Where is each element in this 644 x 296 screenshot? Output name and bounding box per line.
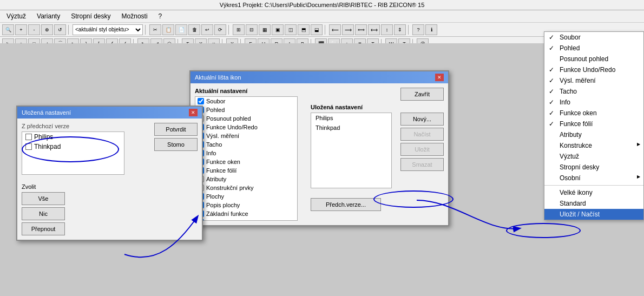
menu-item-tacho[interactable]: Tacho	[544, 86, 643, 97]
menu-item-funkce-folii[interactable]: Funkce fólií	[544, 119, 643, 129]
check-konstr[interactable]: Konstrukční prvky	[195, 183, 297, 192]
menu-moznosti[interactable]: Možnosti	[120, 11, 150, 21]
menu-item-undo[interactable]: Funkce Undo/Redo	[544, 64, 643, 75]
menu-varianty[interactable]: Varianty	[35, 11, 62, 21]
menu-item-info[interactable]: Info	[544, 97, 643, 108]
check-tacho[interactable]: Tacho	[195, 140, 297, 149]
menu-item-standard[interactable]: Standard	[544, 198, 643, 209]
philips-checkbox[interactable]	[25, 134, 32, 140]
ulozena-thinkpad[interactable]: Thinkpad	[22, 142, 124, 152]
ulozena-close-button[interactable]: ✕	[189, 109, 198, 116]
stored-buttons: Nový... Načíst Uložit Smazat	[400, 113, 444, 192]
menu-item-atributy[interactable]: Atributy	[544, 129, 643, 140]
aktualni-nastaveni-section: Aktuální nastavení Soubor Pohled Posunou…	[195, 88, 306, 221]
toolbar-btn-18[interactable]: ⬓	[311, 24, 323, 35]
toolbar-btn-19[interactable]: ⟵	[329, 24, 341, 35]
toolbar-btn-10[interactable]: ↩	[201, 24, 213, 35]
stored-list[interactable]: Philips Thinkpad	[311, 113, 392, 188]
toolbar-btn-21[interactable]: ⟺	[355, 24, 367, 35]
toolbar-btn-15[interactable]: ▣	[272, 24, 284, 35]
ulozena-dialog-body: Z předchozí verze Philips Thinkpad Potvr…	[17, 119, 202, 240]
menu-vyztu[interactable]: Výztuž	[4, 11, 28, 21]
toolbar-btn-7[interactable]: 📋	[162, 24, 174, 35]
ulozena-philips[interactable]: Philips	[22, 132, 124, 142]
check-soubor[interactable]: Soubor	[195, 97, 297, 106]
smazat-button[interactable]: Smazat	[400, 158, 444, 171]
toolbar-btn-20[interactable]: ⟶	[342, 24, 354, 35]
toolbar-btn-11[interactable]: ⟳	[214, 24, 226, 35]
menu-item-konstrukce[interactable]: Konstrukce	[544, 140, 643, 151]
aktualni-dialog: Aktuální lišta ikon ✕ Aktuální nastavení…	[189, 70, 449, 226]
check-posunout[interactable]: Posunout pohled	[195, 114, 297, 123]
check-zakladni[interactable]: Základní funkce	[195, 209, 297, 218]
toolbar-btn-6[interactable]: ✂	[149, 24, 161, 35]
check-kruznice[interactable]: Funkce kružnice	[195, 218, 297, 221]
toolbar-btn-2[interactable]: +	[15, 24, 27, 35]
check-vysl[interactable]: Výsl. měření	[195, 131, 297, 140]
toolbar-btn-12[interactable]: ⊞	[233, 24, 245, 35]
stored-thinkpad[interactable]: Thinkpad	[311, 123, 391, 133]
menu-help[interactable]: ?	[156, 11, 165, 21]
nacist-button[interactable]: Načíst	[400, 128, 444, 141]
toolbar-btn-25[interactable]: ?	[412, 24, 424, 35]
menu-item-osobni[interactable]: Osobní	[544, 173, 643, 183]
menu-item-vyztu[interactable]: Výztuž	[544, 151, 643, 162]
ulozena-dialog-title: Uložená nastavení ✕	[17, 107, 202, 119]
menu-item-soubor[interactable]: Soubor	[544, 32, 643, 43]
menu-item-pohled[interactable]: Pohled	[544, 43, 643, 54]
menu-item-velke[interactable]: Velké ikony	[544, 187, 643, 198]
vse-button[interactable]: Vše	[22, 192, 65, 205]
toolbar-btn-1[interactable]: 🔍	[2, 24, 14, 35]
ulozena-main-buttons: Potvrdit Stomo	[154, 123, 198, 179]
menu-item-vysl[interactable]: Výsl. měření	[544, 75, 643, 86]
toolbar-btn-13[interactable]: ⊟	[246, 24, 258, 35]
aktualni-close-button[interactable]: ✕	[435, 74, 444, 81]
toolbar-btn-26[interactable]: ℹ	[425, 24, 437, 35]
toolbar-btn-14[interactable]: ▦	[259, 24, 271, 35]
toolbar-btn-3[interactable]: -	[28, 24, 40, 35]
toolbar-btn-9[interactable]: 🗑	[188, 24, 200, 35]
menu-item-posunout[interactable]: Posunout pohled	[544, 54, 643, 64]
separator-1	[68, 25, 70, 35]
toolbar-btn-17[interactable]: ⬒	[298, 24, 310, 35]
zavrít-button[interactable]: Zavřít	[400, 88, 444, 101]
check-plochy[interactable]: Plochy	[195, 192, 297, 201]
menu-stropni[interactable]: Stropní desky	[69, 11, 113, 21]
ulozena-title-label: Uložená nastavení	[22, 109, 71, 116]
app-title: Výkres1 Projekt: C:\Users\Public\Documen…	[220, 2, 425, 8]
aktualni-checklist[interactable]: Soubor Pohled Posunout pohled Funkce Und…	[195, 96, 298, 221]
ulozena-list[interactable]: Philips Thinkpad	[22, 131, 124, 175]
check-funkce-oken[interactable]: Funkce oken	[195, 157, 297, 166]
novy-button[interactable]: Nový...	[400, 113, 444, 126]
ulozena-section-label: Uložená nastavení	[311, 104, 444, 110]
check-funkce-folii[interactable]: Funkce fólií	[195, 166, 297, 175]
stomo-button[interactable]: Stomo	[154, 138, 198, 151]
title-bar: Výkres1 Projekt: C:\Users\Public\Documen…	[0, 0, 644, 10]
menu-item-ulozit[interactable]: Uložit / Načíst	[544, 209, 643, 220]
menu-item-stropni[interactable]: Stropní desky	[544, 162, 643, 173]
check-popis[interactable]: Popis plochy	[195, 201, 297, 209]
prepnout-button[interactable]: Přepnout	[22, 222, 65, 235]
thinkpad-checkbox[interactable]	[25, 143, 32, 150]
z-predchozi-label: Z předchozí verze	[22, 123, 150, 129]
toolbar-btn-23[interactable]: ↕	[381, 24, 393, 35]
predch-verze-button[interactable]: Předch.verze...	[311, 198, 381, 211]
toolbar-btn-4[interactable]: ⊕	[41, 24, 53, 35]
toolbar-btn-8[interactable]: 📄	[175, 24, 187, 35]
check-atributy[interactable]: Atributy	[195, 175, 297, 183]
ulozit-button[interactable]: Uložit	[400, 143, 444, 156]
stored-philips[interactable]: Philips	[311, 113, 391, 123]
style-combo[interactable]: <aktuální styl objektu>	[73, 24, 143, 35]
potvrdit-button[interactable]: Potvrdit	[154, 123, 198, 136]
toolbar-btn-16[interactable]: ◫	[285, 24, 297, 35]
toolbar-btn-5[interactable]: ↺	[54, 24, 66, 35]
menu-item-funkce-oken[interactable]: Funkce oken	[544, 108, 643, 119]
check-pohled[interactable]: Pohled	[195, 106, 297, 114]
aktualni-dialog-title: Aktuální lišta ikon ✕	[190, 71, 448, 83]
check-info[interactable]: Info	[195, 149, 297, 157]
toolbar-btn-24[interactable]: ⇕	[394, 24, 406, 35]
separator-5	[408, 25, 410, 35]
toolbar-btn-22[interactable]: ⟷	[368, 24, 380, 35]
nic-button[interactable]: Nic	[22, 207, 65, 220]
check-undo[interactable]: Funkce Undo/Redo	[195, 123, 297, 131]
